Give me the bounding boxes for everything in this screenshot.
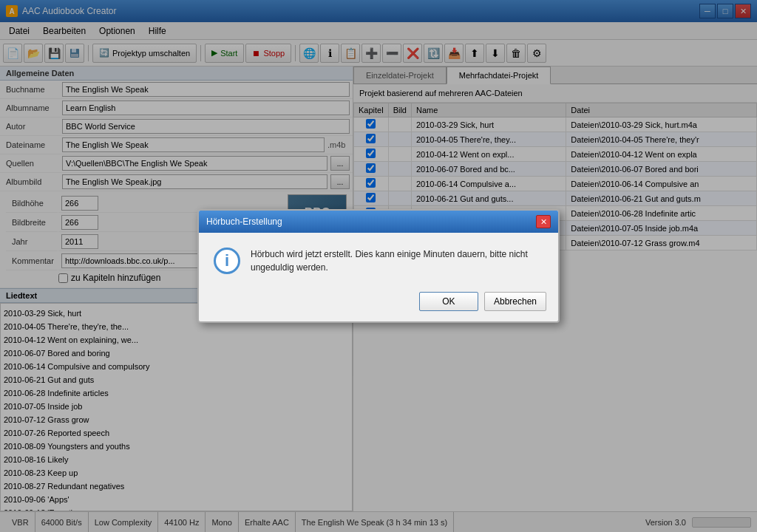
dialog: Hörbuch-Erstellung ✕ i Hörbuch wird jetz… [197, 209, 560, 323]
dialog-message: Hörbuch wird jetzt erstellt. Dies kann e… [251, 248, 543, 274]
dialog-body: i Hörbuch wird jetzt erstellt. Dies kann… [199, 233, 558, 286]
dialog-footer: OK Abbrechen [199, 286, 558, 321]
dialog-ok-button[interactable]: OK [419, 292, 478, 311]
dialog-cancel-button[interactable]: Abbrechen [484, 292, 546, 311]
dialog-info-icon: i [214, 248, 240, 274]
dialog-titlebar: Hörbuch-Erstellung ✕ [199, 211, 558, 233]
dialog-close-button[interactable]: ✕ [536, 215, 551, 228]
dialog-title: Hörbuch-Erstellung [206, 216, 282, 227]
dialog-overlay: Hörbuch-Erstellung ✕ i Hörbuch wird jetz… [0, 0, 757, 532]
